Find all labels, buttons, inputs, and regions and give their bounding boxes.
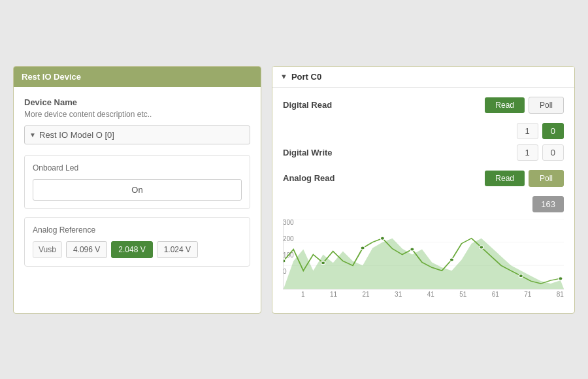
left-panel-header: Rest IO Device <box>14 67 261 87</box>
digital-write-row: Digital Write 1 0 <box>283 144 564 161</box>
device-select[interactable]: Rest IO Model O [0] <box>24 125 250 144</box>
analog-reference-label: Analog Reference <box>33 225 242 235</box>
right-panel-header: ▼ Port C0 <box>272 67 574 88</box>
left-panel-title: Rest IO Device <box>22 72 81 82</box>
svg-point-5 <box>321 261 325 264</box>
svg-point-10 <box>480 246 483 249</box>
analog-read-value: 163 <box>532 196 564 212</box>
digital-read-value-1: 1 <box>517 123 538 139</box>
svg-point-12 <box>559 276 563 280</box>
device-select-wrapper: ▼ Rest IO Model O [0] <box>24 125 250 144</box>
led-on-button[interactable]: On <box>33 179 242 201</box>
digital-write-value-0: 0 <box>542 144 564 161</box>
device-sub-label: More device content description etc.. <box>24 110 250 119</box>
digital-read-row: Digital Read Read Poll <box>283 97 564 114</box>
chart-x-labels: 1 11 21 31 41 51 61 71 81 <box>283 289 564 298</box>
right-panel: ▼ Port C0 Digital Read Read Poll 1 0 Dig… <box>272 66 575 314</box>
right-panel-title: Port C0 <box>291 72 321 82</box>
analog-read-label: Analog Read <box>283 173 355 183</box>
onboard-led-section: Onboard Led On <box>24 155 250 209</box>
onboard-led-label: Onboard Led <box>33 163 242 173</box>
device-name-label: Device Name <box>24 97 250 107</box>
voltage-2048-btn[interactable]: 2.048 V <box>111 241 152 258</box>
analog-read-controls: Read Poll <box>361 170 564 187</box>
analog-read-button[interactable]: Read <box>485 171 525 186</box>
chart-svg <box>284 219 564 289</box>
voltage-1024-btn[interactable]: 1.024 V <box>157 241 198 258</box>
digital-read-poll-button[interactable]: Poll <box>529 97 564 114</box>
analog-chart: 300 200 100 0 <box>283 219 564 304</box>
svg-point-4 <box>284 259 286 262</box>
svg-point-11 <box>519 274 523 277</box>
digital-read-button[interactable]: Read <box>485 97 525 113</box>
analog-reference-section: Analog Reference Vusb 4.096 V 2.048 V 1.… <box>24 217 250 267</box>
digital-read-values: 1 0 <box>283 123 564 139</box>
svg-point-8 <box>410 248 414 251</box>
digital-read-value-0: 0 <box>542 123 564 139</box>
svg-point-9 <box>449 257 453 261</box>
digital-read-label: Digital Read <box>283 100 355 110</box>
digital-write-controls: 1 0 <box>361 144 564 161</box>
right-panel-body: Digital Read Read Poll 1 0 Digital Write… <box>272 88 574 313</box>
analog-read-poll-button[interactable]: Poll <box>529 170 564 187</box>
digital-write-value-1: 1 <box>517 144 538 161</box>
port-arrow-icon: ▼ <box>280 73 287 80</box>
digital-read-controls: Read Poll <box>361 97 564 114</box>
voltage-row: Vusb 4.096 V 2.048 V 1.024 V <box>33 241 242 258</box>
digital-write-label: Digital Write <box>283 148 355 157</box>
voltage-4096-btn[interactable]: 4.096 V <box>66 241 107 258</box>
analog-read-row: Analog Read Read Poll <box>283 170 564 187</box>
analog-read-value-display: 163 <box>283 196 564 212</box>
svg-point-7 <box>380 237 384 240</box>
vusb-label: Vusb <box>33 241 62 258</box>
left-panel: Rest IO Device Device Name More device c… <box>13 66 261 314</box>
svg-point-6 <box>361 246 365 250</box>
